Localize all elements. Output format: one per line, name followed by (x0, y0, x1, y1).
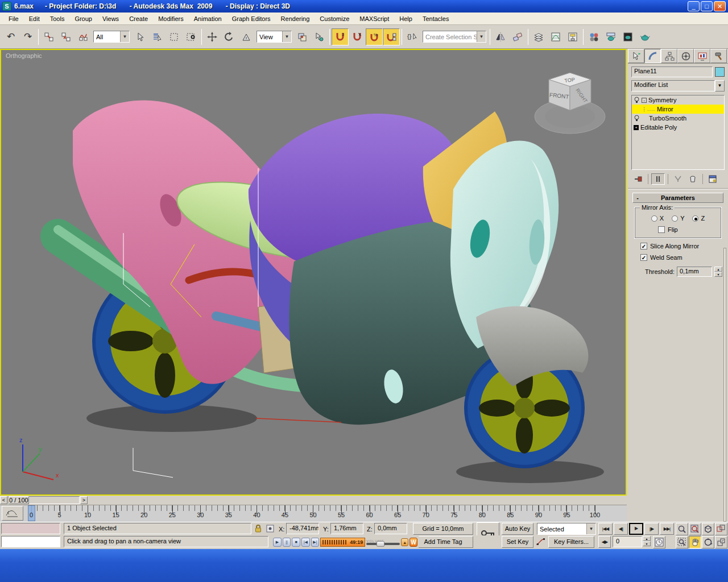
x-coord-field[interactable]: -48,741mm (286, 523, 319, 534)
menu-views[interactable]: Views (97, 14, 124, 24)
tab-hierarchy[interactable] (661, 49, 677, 63)
object-color-swatch[interactable] (715, 67, 725, 77)
threshold-spinner[interactable]: ▲▼ (714, 267, 722, 277)
named-selection-sets-dropdown[interactable]: Create Selection Set ▼ (423, 31, 486, 43)
axis-z-radio[interactable]: Z (692, 215, 705, 222)
menu-graph-editors[interactable]: Graph Editors (227, 14, 276, 24)
tab-utilities[interactable] (710, 49, 727, 63)
menu-create[interactable]: Create (124, 14, 153, 24)
play-animation-button[interactable]: ▶ (629, 523, 643, 535)
viewport-label[interactable]: Orthographic (6, 52, 42, 59)
checkbox-unchecked-icon[interactable] (658, 226, 665, 233)
add-time-tag-button[interactable]: Add Time Tag (413, 536, 473, 548)
collapse-box-icon[interactable]: - (642, 98, 647, 103)
go-to-start-button[interactable]: |◀◀ (598, 523, 613, 535)
window-crossing-button[interactable] (183, 28, 200, 45)
menu-rendering[interactable]: Rendering (276, 14, 315, 24)
flip-checkbox-row[interactable]: Flip (658, 226, 717, 233)
menu-tools[interactable]: Tools (45, 14, 70, 24)
previous-frame-button[interactable]: ◀|| (614, 523, 628, 535)
unlink-selection-button[interactable] (57, 28, 75, 45)
select-and-scale-button[interactable] (238, 28, 255, 45)
menu-group[interactable]: Group (69, 14, 97, 24)
min-max-toggle-button[interactable] (715, 536, 727, 548)
key-mode-dropdown[interactable]: Selected ▼ (537, 523, 596, 535)
key-step-toggle-button[interactable]: ◀▶ (598, 536, 611, 548)
slice-checkbox-row[interactable]: ✓ Slice Along Mirror (640, 243, 728, 250)
percent-snap-button[interactable]: % (366, 28, 383, 45)
show-end-result-button[interactable] (651, 173, 665, 185)
align-button[interactable] (509, 28, 526, 45)
render-setup-button[interactable] (602, 28, 619, 45)
render-production-button[interactable] (636, 28, 653, 45)
tab-motion[interactable] (677, 49, 694, 63)
media-lcd-display[interactable]: 49:19 (320, 538, 365, 547)
make-unique-button[interactable] (671, 173, 685, 185)
rollout-scrollbar[interactable] (723, 248, 726, 522)
macro-recorder-field[interactable] (1, 523, 60, 534)
checkbox-checked-icon[interactable]: ✓ (640, 254, 647, 261)
zoom-region-button[interactable] (676, 536, 688, 548)
window-titlebar[interactable]: S 6.max - Project Folder: D:\3d - Autode… (0, 0, 728, 13)
media-pause-button[interactable]: || (283, 538, 291, 547)
menu-animation[interactable]: Animation (189, 14, 227, 24)
default-tangent-button[interactable] (535, 537, 547, 547)
z-coord-field[interactable]: 0,0mm (374, 523, 407, 534)
next-frame-button[interactable]: ||▶ (644, 523, 659, 535)
zoom-all-button[interactable] (689, 523, 701, 535)
set-key-button[interactable]: Set Key (502, 536, 533, 548)
auto-key-button[interactable]: Auto Key (502, 523, 533, 535)
checkbox-checked-icon[interactable]: ✓ (640, 243, 647, 250)
frame-spinner[interactable]: ▲▼ (643, 536, 651, 546)
axis-x-radio[interactable]: X (651, 215, 664, 222)
menu-help[interactable]: Help (394, 14, 417, 24)
stack-item-symmetry[interactable]: - Symmetry (632, 95, 724, 105)
go-to-end-button[interactable]: ▶▶| (660, 523, 674, 535)
use-pivot-center-button[interactable] (293, 28, 311, 45)
pan-view-button[interactable] (689, 536, 701, 548)
time-slider-prev-button[interactable]: < (0, 496, 7, 504)
undo-button[interactable]: ↶ (2, 28, 19, 45)
axis-y-radio[interactable]: Y (672, 215, 684, 222)
zoom-extents-button[interactable] (702, 523, 714, 535)
media-stop-button[interactable]: ■ (292, 538, 300, 547)
menu-edit[interactable]: Edit (24, 14, 45, 24)
key-filters-button[interactable]: Key Filters... (548, 536, 594, 548)
media-volume-control[interactable]: VOLUME (366, 539, 400, 545)
media-eject-button[interactable]: ▲ (401, 538, 408, 546)
parameters-rollout-header[interactable]: - Parameters (632, 193, 723, 203)
winamp-icon[interactable]: W (410, 538, 417, 547)
stack-item-turbosmooth[interactable]: TurboSmooth (632, 114, 724, 123)
minimize-button[interactable]: _ (688, 1, 700, 11)
configure-modifier-sets-button[interactable] (706, 173, 719, 185)
y-coord-field[interactable]: 1,76mm (330, 523, 363, 534)
tab-modify[interactable] (644, 49, 661, 63)
object-name-field[interactable]: Plane11 (631, 66, 713, 77)
pin-stack-button[interactable] (631, 173, 645, 185)
remove-modifier-button[interactable] (686, 173, 700, 185)
select-and-move-button[interactable] (204, 28, 221, 45)
menu-maxscript[interactable]: MAXScript (354, 14, 394, 24)
selection-lock-button[interactable] (254, 523, 262, 534)
snaps-toggle-button[interactable]: 3 (332, 28, 349, 45)
threshold-field[interactable]: 0,1mm (677, 267, 712, 277)
maxscript-listener-field[interactable] (1, 536, 60, 547)
spinner-down-icon[interactable]: ▼ (643, 541, 651, 546)
spinner-snap-button[interactable] (383, 28, 400, 45)
schematic-view-button[interactable] (564, 28, 581, 45)
selection-filter-dropdown[interactable]: All ▼ (93, 31, 130, 43)
layer-manager-button[interactable] (530, 28, 547, 45)
mini-curve-editor-button[interactable] (2, 506, 23, 521)
viewcube[interactable]: TOP FRONT RIGHT (535, 73, 605, 134)
viewport-orthographic[interactable]: TOP FRONT RIGHT z x y Orthographic (0, 49, 627, 496)
volume-thumb[interactable] (377, 541, 384, 547)
chevron-down-icon[interactable]: ▼ (715, 80, 725, 92)
select-object-button[interactable] (131, 28, 148, 45)
menu-customize[interactable]: Customize (315, 14, 354, 24)
time-slider-track[interactable]: 0 / 100 (8, 496, 80, 504)
select-and-link-button[interactable] (40, 28, 57, 45)
volume-track[interactable] (366, 543, 400, 545)
spinner-up-icon[interactable]: ▲ (643, 536, 651, 541)
time-slider-next-button[interactable]: > (80, 496, 88, 504)
close-button[interactable]: ✕ (714, 1, 726, 11)
